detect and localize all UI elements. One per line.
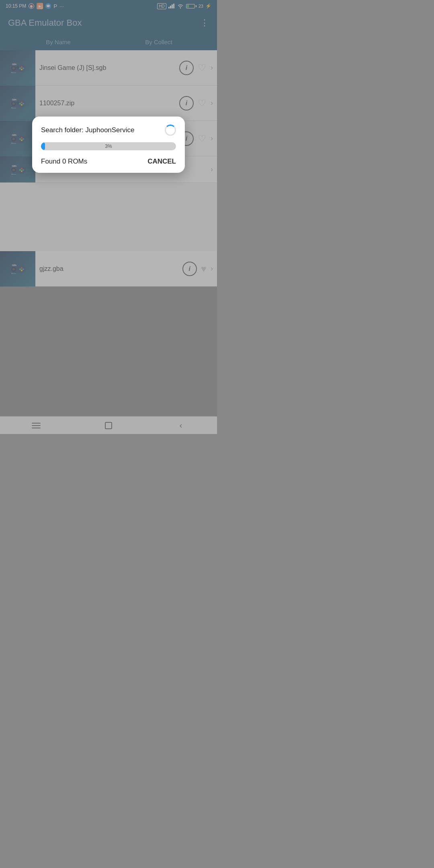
search-dialog: Search folder: JuphoonService 3% Found 0… [32, 117, 185, 173]
loading-spinner [165, 125, 176, 136]
cancel-button[interactable]: CANCEL [147, 158, 176, 166]
dialog-overlay: Search folder: JuphoonService 3% Found 0… [0, 0, 217, 434]
dialog-footer: Found 0 ROMs CANCEL [41, 158, 176, 166]
dialog-header: Search folder: JuphoonService [41, 125, 176, 136]
dialog-title: Search folder: JuphoonService [41, 126, 134, 134]
progress-bar-container: 3% [41, 142, 176, 150]
progress-label: 3% [41, 142, 176, 150]
found-roms-text: Found 0 ROMs [41, 158, 87, 166]
